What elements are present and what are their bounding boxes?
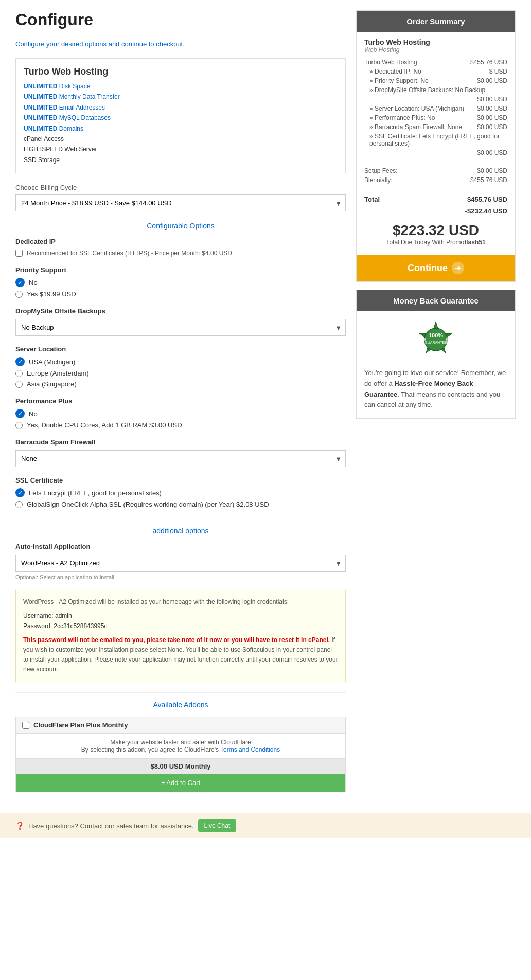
server-location-asia-label: Asia (Singapore) — [27, 380, 77, 388]
barracuda-select[interactable]: None Basic Advanced — [15, 450, 346, 467]
order-biennially-value: $455.76 USD — [470, 176, 507, 184]
performance-plus-yes-radio[interactable] — [15, 422, 23, 429]
order-setup-label: Setup Fees: — [364, 167, 398, 174]
info-box: WordPress - A2 Optimized will be install… — [15, 590, 346, 682]
order-line-server-value: $0.00 USD — [477, 105, 507, 112]
order-line-dropmysite-val: $0.00 USD — [364, 95, 507, 104]
feature-disk: UNLIMITED Disk Space — [24, 81, 338, 92]
order-line-dropmysite-label: » DropMySite Offsite Backups: No Backup — [369, 86, 485, 94]
dropmysite-label: DropMySite Offsite Backups — [15, 307, 346, 315]
hosting-title: Turbo Web Hosting — [24, 66, 338, 77]
billing-section: Choose Billing Cycle 24 Month Price - $1… — [15, 184, 346, 211]
footer-text: Have questions? Contact our sales team f… — [28, 822, 194, 830]
order-line-dedicated-ip-label: » Dedicated IP: No — [369, 68, 421, 75]
order-line-ssl: » SSL Certificate: Lets Encrypt (FREE, g… — [364, 132, 507, 148]
live-chat-button[interactable]: Live Chat — [198, 819, 237, 832]
server-location-europe-row: Europe (Amsterdam) — [15, 369, 346, 377]
server-location-asia-row: Asia (Singapore) — [15, 380, 346, 388]
ssl-letsencrypt-check: ✓ — [15, 488, 25, 497]
order-line-server-location: » Server Location: USA (Michigan) $0.00 … — [364, 104, 507, 113]
priority-support-yes-label: Yes $19.99 USD — [27, 290, 76, 298]
ssl-section: SSL Certificate ✓ Lets Encrypt (FREE, go… — [15, 476, 346, 508]
barracuda-label: Barracuda Spam Firewall — [15, 438, 346, 446]
question-icon: ❓ — [15, 822, 24, 830]
dedicated-ip-desc: Recommended for SSL Certificates (HTTPS)… — [27, 250, 232, 257]
feature-mysql: UNLIMITED MySQL Databases — [24, 113, 338, 123]
auto-install-select-wrapper: WordPress - A2 Optimized Joomla Drupal N… — [15, 555, 346, 572]
money-back-header: Money Back Guarantee — [357, 290, 515, 311]
hosting-features: UNLIMITED Disk Space UNLIMITED Monthly D… — [24, 81, 338, 165]
configurable-options-title: Configurable Options — [15, 222, 346, 230]
feature-cpanel: cPanel Access — [24, 134, 338, 144]
order-summary-body: Turbo Web Hosting Web Hosting Turbo Web … — [357, 32, 515, 255]
dropmysite-select[interactable]: No Backup Daily Backup Weekly Backup — [15, 319, 346, 336]
auto-install-section: Auto-Install Application WordPress - A2 … — [15, 543, 346, 580]
money-back-box: Money Back Guarantee 100% GUARANTEE — [356, 290, 516, 419]
order-total-value: $455.76 USD — [467, 195, 507, 203]
ssl-label: SSL Certificate — [15, 476, 346, 484]
info-box-username: Username: admin — [23, 611, 338, 621]
ssl-letsencrypt-row: ✓ Lets Encrypt (FREE, good for personal … — [15, 488, 346, 497]
performance-plus-no-label: No — [29, 410, 38, 418]
cloudflare-add-button[interactable]: + Add to Cart — [16, 774, 345, 792]
cloudflare-addon-box: CloudFlare Plan Plus Monthly Make your w… — [15, 717, 346, 792]
billing-select[interactable]: 24 Month Price - $18.99 USD - Save $144.… — [15, 194, 346, 211]
order-setup-line: Setup Fees: $0.00 USD — [364, 166, 507, 175]
cloudflare-title: CloudFlare Plan Plus Monthly — [33, 721, 128, 729]
order-line-perf-value: $0.00 USD — [477, 114, 507, 121]
order-due-text: Total Due Today With Promoflash51 — [364, 239, 507, 246]
page-title: Configure — [15, 10, 346, 29]
order-line-barracuda-value: $0.00 USD — [477, 123, 507, 131]
guarantee-badge: 100% GUARANTEE — [415, 319, 456, 360]
server-location-europe-radio[interactable] — [15, 370, 23, 377]
svg-point-1 — [424, 328, 447, 351]
priority-support-label: Priority Support — [15, 266, 346, 274]
performance-plus-section: Performance Plus ✓ No Yes, Double CPU Co… — [15, 397, 346, 429]
order-discount-value: -$232.44 USD — [465, 207, 507, 215]
order-line-perf-label: » Performance Plus: No — [369, 114, 435, 121]
order-line-ssl-val-value: $0.00 USD — [477, 149, 507, 156]
cloudflare-desc: Make your website faster and safer with … — [16, 734, 345, 758]
dedicated-ip-checkbox[interactable] — [15, 250, 23, 257]
order-line-priority-label: » Priority Support: No — [369, 77, 429, 84]
auto-install-optional: Optional: Select an application to insta… — [15, 574, 346, 580]
order-line-ssl-label: » SSL Certificate: Lets Encrypt (FREE, g… — [369, 133, 507, 147]
page-subtitle: Configure your desired options and conti… — [15, 40, 346, 48]
order-line-hosting-value: $455.76 USD — [470, 59, 507, 66]
dropmysite-section: DropMySite Offsite Backups No Backup Dai… — [15, 307, 346, 336]
main-content: Configure Configure your desired options… — [15, 10, 346, 792]
priority-support-no-label: No — [29, 279, 38, 287]
priority-support-yes-radio[interactable] — [15, 291, 23, 298]
server-location-europe-label: Europe (Amsterdam) — [27, 369, 89, 377]
order-line-server-label: » Server Location: USA (Michigan) — [369, 105, 464, 112]
cloudflare-checkbox[interactable] — [22, 722, 29, 729]
order-biennially-line: Biennially: $455.76 USD — [364, 175, 507, 185]
server-location-usa-row: ✓ USA (Michigan) — [15, 357, 346, 366]
performance-plus-no-row: ✓ No — [15, 409, 346, 418]
additional-options-title: additional options — [15, 519, 346, 535]
order-line-ssl-val: $0.00 USD — [364, 148, 507, 157]
order-line-dedicated-ip-value: $ USD — [489, 68, 507, 75]
svg-text:100%: 100% — [429, 332, 443, 338]
barracuda-section: Barracuda Spam Firewall None Basic Advan… — [15, 438, 346, 467]
order-line-barracuda-label: » Barracuda Spam Firewall: None — [369, 123, 462, 131]
cloudflare-terms-link[interactable]: Terms and Conditions — [220, 746, 280, 753]
hosting-box: Turbo Web Hosting UNLIMITED Disk Space U… — [15, 58, 346, 173]
cloudflare-desc-line2: By selecting this addon, you agree to Cl… — [21, 746, 340, 753]
order-big-price: $223.32 USD Total Due Today With Promofl… — [364, 217, 507, 248]
ssl-globalsign-row: GlobalSign OneClick Alpha SSL (Requires … — [15, 501, 346, 508]
title-divider — [15, 32, 346, 32]
order-line-barracuda: » Barracuda Spam Firewall: None $0.00 US… — [364, 122, 507, 132]
dropmysite-select-wrapper: No Backup Daily Backup Weekly Backup ▼ — [15, 319, 346, 336]
order-total-label: Total — [364, 195, 380, 203]
svg-point-4 — [424, 338, 426, 341]
auto-install-label: Auto-Install Application — [15, 543, 346, 550]
priority-support-no-check: ✓ — [15, 278, 25, 287]
continue-button[interactable]: Continue ➔ — [357, 255, 515, 281]
ssl-globalsign-radio[interactable] — [15, 501, 23, 508]
server-location-asia-radio[interactable] — [15, 381, 23, 388]
performance-plus-label: Performance Plus — [15, 397, 346, 405]
info-box-warning: This password will not be emailed to you… — [23, 636, 330, 644]
auto-install-select[interactable]: WordPress - A2 Optimized Joomla Drupal N… — [15, 555, 346, 572]
server-location-usa-label: USA (Michigan) — [29, 358, 75, 366]
